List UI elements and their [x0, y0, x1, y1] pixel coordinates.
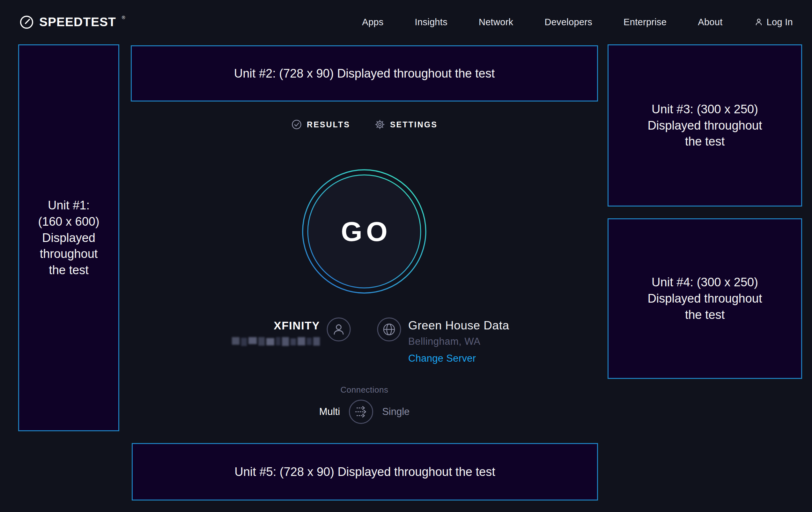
nav-links: Apps Insights Network Developers Enterpr…	[362, 17, 793, 27]
ad-unit-2-text: Unit #2: (728 x 90) Displayed throughout…	[234, 65, 495, 82]
ad-unit-3[interactable]: Unit #3: (300 x 250) Displayed throughou…	[608, 44, 802, 207]
server-block: Green House Data Bellingham, WA Change S…	[408, 319, 509, 364]
ad-unit-3-text: Unit #3: (300 x 250) Displayed throughou…	[647, 101, 762, 150]
ad-unit-1-text: Unit #1: (160 x 600) Displayed throughou…	[38, 197, 99, 279]
nav-item-developers[interactable]: Developers	[544, 17, 592, 27]
brand-trademark: ®	[122, 15, 125, 20]
isp-ip-redacted	[232, 337, 320, 346]
server-location: Bellingham, WA	[408, 336, 509, 347]
top-navbar: SPEEDTEST ® Apps Insights Network Develo…	[0, 0, 812, 44]
brand-name: SPEEDTEST	[39, 15, 116, 29]
multi-connections-arrows-icon	[348, 399, 374, 425]
ad-unit-5[interactable]: Unit #5: (728 x 90) Displayed throughout…	[132, 443, 598, 501]
speedtest-gauge-icon	[19, 15, 34, 30]
connections-single-option[interactable]: Single	[382, 406, 409, 417]
isp-name: XFINITY	[273, 319, 320, 332]
user-icon	[754, 17, 763, 27]
change-server-link[interactable]: Change Server	[408, 353, 476, 364]
tab-results[interactable]: RESULTS	[291, 119, 350, 130]
nav-item-enterprise[interactable]: Enterprise	[624, 17, 667, 27]
brand-logo[interactable]: SPEEDTEST ®	[19, 15, 124, 30]
speedtest-page: SPEEDTEST ® Apps Insights Network Develo…	[0, 0, 812, 512]
connections-row: Multi Single	[131, 398, 598, 425]
nav-item-apps[interactable]: Apps	[362, 17, 383, 27]
connections-multi-option[interactable]: Multi	[319, 406, 340, 417]
ad-unit-1[interactable]: Unit #1: (160 x 600) Displayed throughou…	[18, 44, 119, 431]
isp-block: XFINITY	[186, 319, 320, 346]
ad-unit-2[interactable]: Unit #2: (728 x 90) Displayed throughout…	[131, 45, 598, 102]
nav-item-login[interactable]: Log In	[754, 17, 793, 27]
nav-item-about[interactable]: About	[698, 17, 722, 27]
login-label: Log In	[767, 17, 793, 27]
gear-icon	[374, 119, 385, 130]
connections-label: Connections	[131, 385, 598, 395]
ad-unit-5-text: Unit #5: (728 x 90) Displayed throughout…	[234, 464, 495, 480]
nav-item-insights[interactable]: Insights	[415, 17, 447, 27]
tab-settings[interactable]: SETTINGS	[374, 119, 438, 130]
server-globe-icon	[377, 317, 402, 342]
tab-settings-label: SETTINGS	[390, 120, 438, 129]
isp-avatar-icon	[326, 317, 351, 342]
ad-unit-4[interactable]: Unit #4: (300 x 250) Displayed throughou…	[608, 218, 802, 379]
view-tabs: RESULTS SETTINGS	[131, 117, 598, 132]
server-name: Green House Data	[408, 319, 509, 332]
connections-toggle[interactable]	[348, 399, 374, 425]
nav-item-network[interactable]: Network	[479, 17, 513, 27]
ad-unit-4-text: Unit #4: (300 x 250) Displayed throughou…	[647, 274, 762, 323]
go-button[interactable]: GO	[301, 168, 427, 295]
go-button-label: GO	[301, 168, 427, 295]
tab-results-label: RESULTS	[307, 120, 350, 129]
check-circle-icon	[291, 119, 302, 130]
